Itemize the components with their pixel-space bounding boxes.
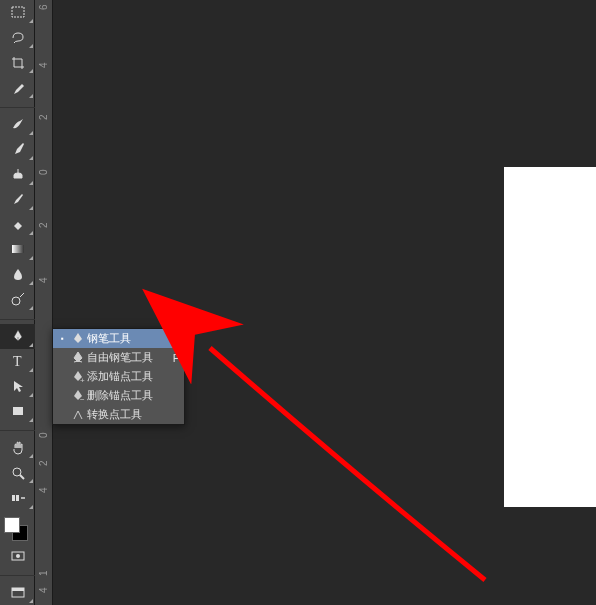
flyout-item-freeform-pen[interactable]: 自由钢笔工具 P: [53, 348, 184, 367]
rectangular-marquee-tool[interactable]: [0, 0, 35, 25]
ruler-mark: 6: [38, 4, 49, 10]
ruler-mark: 4: [38, 487, 49, 493]
clone-stamp-tool[interactable]: [0, 162, 35, 187]
flyout-indicator-icon: [29, 69, 33, 73]
svg-point-2: [12, 297, 20, 305]
tools-panel: T: [0, 0, 35, 605]
ruler-mark: 2: [38, 114, 49, 120]
svg-rect-13: [12, 588, 24, 591]
quick-mask-tool[interactable]: [0, 543, 35, 568]
flyout-indicator-icon: [29, 306, 33, 310]
pen-tool[interactable]: [0, 324, 35, 349]
svg-rect-7: [16, 495, 19, 501]
canvas-area: [53, 0, 596, 605]
eraser-tool[interactable]: [0, 212, 35, 237]
lasso-tool[interactable]: [0, 25, 35, 50]
svg-rect-6: [12, 495, 15, 501]
pen-icon: [69, 332, 87, 346]
gradient-tool[interactable]: [0, 237, 35, 262]
zoom-tool[interactable]: [0, 460, 35, 485]
flyout-indicator-icon: [29, 343, 33, 347]
healing-brush-tool[interactable]: [0, 112, 35, 137]
crop-tool[interactable]: [0, 50, 35, 75]
document-canvas[interactable]: [504, 167, 596, 507]
vertical-ruler: 6 4 2 0 2 4 0 2 4 1 4: [35, 0, 53, 605]
flyout-shortcut: P: [168, 333, 180, 345]
svg-point-5: [13, 468, 21, 476]
foreground-color-swatch[interactable]: [4, 517, 20, 533]
ruler-mark: 4: [38, 62, 49, 68]
svg-text:−: −: [80, 395, 85, 403]
flyout-label: 钢笔工具: [87, 331, 168, 346]
screen-mode-tool[interactable]: [0, 580, 35, 605]
svg-text:+: +: [80, 376, 85, 384]
flyout-indicator-icon: [29, 19, 33, 23]
type-tool[interactable]: T: [0, 349, 35, 374]
flyout-label: 自由钢笔工具: [87, 350, 168, 365]
svg-rect-4: [13, 407, 23, 415]
flyout-item-delete-anchor[interactable]: − 删除锚点工具: [53, 386, 184, 405]
svg-point-8: [21, 497, 23, 499]
hand-tool[interactable]: [0, 435, 35, 460]
ruler-mark: 2: [38, 460, 49, 466]
svg-rect-0: [12, 7, 24, 17]
flyout-indicator-icon: [29, 368, 33, 372]
flyout-indicator-icon: [29, 231, 33, 235]
flyout-indicator-icon: [29, 599, 33, 603]
free-pen-icon: [69, 351, 87, 365]
add-anchor-icon: +: [69, 370, 87, 384]
history-brush-tool[interactable]: [0, 187, 35, 212]
flyout-item-add-anchor[interactable]: + 添加锚点工具: [53, 367, 184, 386]
ruler-mark: 1: [38, 570, 49, 576]
delete-anchor-icon: −: [69, 389, 87, 403]
separator: [0, 100, 35, 108]
flyout-item-convert-point[interactable]: 转换点工具: [53, 405, 184, 424]
brush-tool[interactable]: [0, 137, 35, 162]
eyedropper-tool[interactable]: [0, 75, 35, 100]
flyout-indicator-icon: [29, 156, 33, 160]
flyout-indicator-icon: [29, 281, 33, 285]
convert-point-icon: [69, 408, 87, 422]
separator: [0, 568, 35, 576]
flyout-indicator-icon: [29, 206, 33, 210]
ruler-mark: 4: [38, 277, 49, 283]
flyout-indicator-icon: [29, 181, 33, 185]
flyout-indicator-icon: [29, 479, 33, 483]
ruler-mark: 0: [38, 169, 49, 175]
flyout-indicator-icon: [29, 393, 33, 397]
pen-tool-flyout: ▪ 钢笔工具 P 自由钢笔工具 P + 添加锚点工具 − 删除锚点工具 转换点工…: [52, 328, 185, 425]
blur-tool[interactable]: [0, 262, 35, 287]
color-swatches[interactable]: [0, 515, 34, 544]
flyout-indicator-icon: [29, 44, 33, 48]
ruler-mark: 2: [38, 222, 49, 228]
flyout-indicator-icon: [29, 454, 33, 458]
edit-toolbar[interactable]: [0, 485, 35, 510]
flyout-item-pen[interactable]: ▪ 钢笔工具 P: [53, 329, 184, 348]
separator: [0, 312, 35, 320]
flyout-label: 删除锚点工具: [87, 388, 168, 403]
flyout-label: 添加锚点工具: [87, 369, 168, 384]
path-selection-tool[interactable]: [0, 374, 35, 399]
flyout-shortcut: P: [168, 352, 180, 364]
flyout-indicator-icon: [29, 94, 33, 98]
svg-rect-1: [12, 245, 24, 253]
ruler-mark: 4: [38, 587, 49, 593]
flyout-indicator-icon: [29, 256, 33, 260]
flyout-indicator-icon: [29, 418, 33, 422]
rectangle-tool[interactable]: [0, 399, 35, 424]
svg-text:T: T: [13, 354, 22, 369]
flyout-label: 转换点工具: [87, 407, 168, 422]
svg-point-11: [16, 554, 20, 558]
dodge-tool[interactable]: [0, 287, 35, 312]
flyout-indicator-icon: [29, 505, 33, 509]
separator: [0, 424, 35, 432]
flyout-indicator-icon: [29, 131, 33, 135]
svg-point-9: [23, 497, 25, 499]
ruler-mark: 0: [38, 432, 49, 438]
selected-bullet-icon: ▪: [61, 334, 69, 343]
